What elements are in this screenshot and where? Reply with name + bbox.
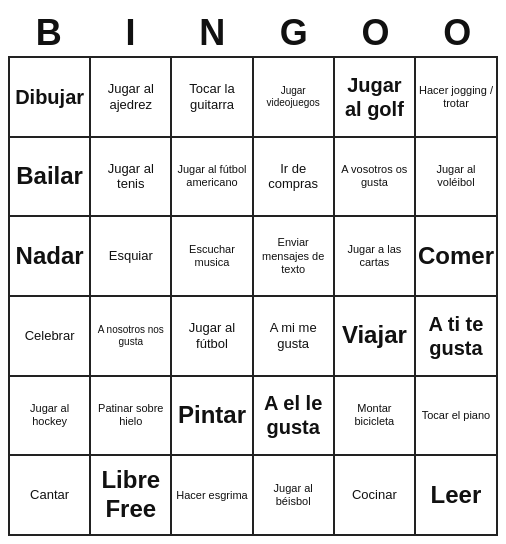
grid-cell-r2-c3: Enviar mensajes de texto	[253, 216, 334, 296]
grid-cell-r1-c0: Bailar	[9, 137, 90, 217]
grid-cell-r3-c2: Jugar al fútbol	[171, 296, 252, 376]
grid-cell-r1-c2: Jugar al fútbol americano	[171, 137, 252, 217]
grid-cell-r4-c3: A el le gusta	[253, 376, 334, 456]
grid-cell-r0-c3: Jugar videojuegos	[253, 57, 334, 137]
grid-cell-r2-c5: Comer	[415, 216, 497, 296]
grid-cell-r4-c5: Tocar el piano	[415, 376, 497, 456]
grid-cell-r0-c1: Jugar al ajedrez	[90, 57, 171, 137]
grid-cell-r1-c3: Ir de compras	[253, 137, 334, 217]
grid-cell-r5-c2: Hacer esgrima	[171, 455, 252, 535]
grid-cell-r0-c5: Hacer jogging / trotar	[415, 57, 497, 137]
grid-cell-r5-c4: Cocinar	[334, 455, 415, 535]
grid-cell-r3-c5: A ti te gusta	[415, 296, 497, 376]
bingo-letter-i1: I	[90, 12, 172, 54]
grid-cell-r5-c0: Cantar	[9, 455, 90, 535]
grid-cell-r3-c0: Celebrar	[9, 296, 90, 376]
grid-cell-r5-c1: Libre Free	[90, 455, 171, 535]
grid-cell-r2-c1: Esquiar	[90, 216, 171, 296]
bingo-letter-b0: B	[8, 12, 90, 54]
grid-cell-r0-c4: Jugar al golf	[334, 57, 415, 137]
bingo-letter-o5: O	[416, 12, 498, 54]
grid-cell-r0-c0: Dibujar	[9, 57, 90, 137]
grid-cell-r5-c3: Jugar al béisbol	[253, 455, 334, 535]
bingo-header: BINGOO	[8, 8, 498, 56]
grid-cell-r2-c4: Jugar a las cartas	[334, 216, 415, 296]
grid-cell-r3-c3: A mi me gusta	[253, 296, 334, 376]
grid-cell-r1-c5: Jugar al voléibol	[415, 137, 497, 217]
grid-cell-r2-c2: Escuchar musica	[171, 216, 252, 296]
bingo-letter-n2: N	[171, 12, 253, 54]
grid-cell-r4-c2: Pintar	[171, 376, 252, 456]
grid-cell-r3-c1: A nosotros nos gusta	[90, 296, 171, 376]
bingo-letter-g3: G	[253, 12, 335, 54]
grid-cell-r0-c2: Tocar la guitarra	[171, 57, 252, 137]
grid-cell-r5-c5: Leer	[415, 455, 497, 535]
grid-cell-r4-c0: Jugar al hockey	[9, 376, 90, 456]
bingo-grid: DibujarJugar al ajedrezTocar la guitarra…	[8, 56, 498, 536]
grid-cell-r2-c0: Nadar	[9, 216, 90, 296]
bingo-letter-o4: O	[335, 12, 417, 54]
grid-cell-r4-c4: Montar bicicleta	[334, 376, 415, 456]
grid-cell-r1-c1: Jugar al tenis	[90, 137, 171, 217]
grid-cell-r3-c4: Viajar	[334, 296, 415, 376]
grid-cell-r1-c4: A vosotros os gusta	[334, 137, 415, 217]
grid-cell-r4-c1: Patinar sobre hielo	[90, 376, 171, 456]
